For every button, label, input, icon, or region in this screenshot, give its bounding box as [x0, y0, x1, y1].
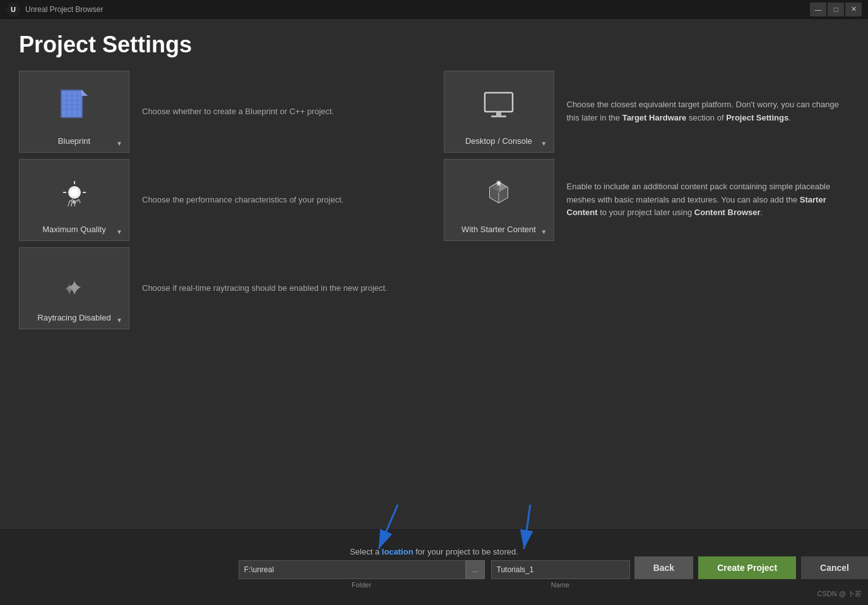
- folder-wrap: ... Folder: [239, 560, 485, 589]
- folder-label: Folder: [352, 581, 371, 589]
- folder-row: ...: [239, 560, 485, 579]
- starter-content-tile[interactable]: With Starter Content ▼: [444, 159, 554, 241]
- svg-rect-18: [487, 95, 511, 110]
- settings-left-column: Blueprint ▼ Choose whether to create a B…: [19, 71, 425, 329]
- location-suffix: for your project to be stored.: [413, 547, 518, 556]
- location-text: Select a location for your project to be…: [350, 547, 518, 556]
- desktop-console-icon: [451, 78, 547, 132]
- maximize-button[interactable]: □: [828, 3, 844, 16]
- watermark: CSDN @ 卜若: [817, 589, 862, 599]
- main-content: Project Settings: [0, 19, 868, 529]
- bottom-bar: Select a location for your project to be…: [0, 529, 868, 605]
- blueprint-row: Blueprint ▼ Choose whether to create a B…: [19, 71, 425, 153]
- desktop-console-row: Desktop / Console ▼ Choose the closest e…: [444, 71, 850, 153]
- name-label: Name: [551, 581, 569, 589]
- blueprint-icon: [26, 78, 122, 132]
- window-title: Unreal Project Browser: [25, 5, 103, 14]
- name-wrap: Name: [491, 560, 630, 589]
- path-inputs: ... Folder Name: [239, 560, 630, 589]
- quality-icon: [26, 166, 122, 221]
- blueprint-description: Choose whether to create a Blueprint or …: [142, 105, 425, 118]
- bottom-center: Select a location for your project to be…: [239, 547, 630, 589]
- starter-content-icon: [451, 166, 547, 221]
- desktop-console-tile[interactable]: Desktop / Console ▼: [444, 71, 554, 153]
- folder-input[interactable]: [239, 560, 466, 579]
- raytracing-tile[interactable]: Raytracing Disabled ▼: [19, 247, 129, 329]
- maximum-quality-description: Choose the performance characteristics o…: [142, 194, 425, 206]
- maximum-quality-label: Maximum Quality: [42, 225, 105, 234]
- blueprint-dropdown-icon: ▼: [116, 140, 122, 147]
- svg-rect-19: [496, 112, 501, 115]
- blueprint-tile[interactable]: Blueprint ▼: [19, 71, 129, 153]
- starter-content-description: Enable to include an additional content …: [567, 180, 850, 220]
- svg-rect-20: [491, 115, 506, 117]
- location-bold: location: [382, 547, 413, 556]
- settings-right-column: Desktop / Console ▼ Choose the closest e…: [444, 71, 850, 329]
- action-buttons: Back Create Project Cancel: [634, 556, 868, 579]
- back-button[interactable]: Back: [634, 556, 693, 579]
- raytracing-row: Raytracing Disabled ▼ Choose if real-tim…: [19, 247, 425, 329]
- raytracing-icon: [26, 254, 122, 309]
- svg-marker-10: [81, 90, 88, 96]
- maximum-quality-dropdown-icon: ▼: [116, 228, 122, 235]
- titlebar-controls: — □ ✕: [810, 3, 862, 16]
- maximum-quality-tile[interactable]: Maximum Quality ▼: [19, 159, 129, 241]
- maximum-quality-row: Maximum Quality ▼ Choose the performance…: [19, 159, 425, 241]
- minimize-button[interactable]: —: [810, 3, 826, 16]
- cancel-button[interactable]: Cancel: [801, 556, 868, 579]
- desktop-console-label: Desktop / Console: [465, 136, 532, 146]
- svg-rect-1: [62, 91, 81, 117]
- close-button[interactable]: ✕: [845, 3, 862, 16]
- starter-content-dropdown-icon: ▼: [541, 228, 547, 235]
- name-input[interactable]: [491, 560, 630, 579]
- desktop-console-description: Choose the closest equivalent target pla…: [567, 98, 850, 125]
- desktop-console-dropdown-icon: ▼: [541, 140, 547, 147]
- page-title: Project Settings: [19, 32, 849, 58]
- folder-browse-button[interactable]: ...: [466, 560, 485, 579]
- raytracing-description: Choose if real-time raytracing should be…: [142, 282, 425, 295]
- raytracing-label: Raytracing Disabled: [37, 313, 110, 322]
- titlebar-left: U Unreal Project Browser: [6, 3, 103, 16]
- raytracing-dropdown-icon: ▼: [116, 317, 122, 324]
- location-prefix: Select a: [350, 547, 382, 556]
- starter-content-row: With Starter Content ▼ Enable to include…: [444, 159, 850, 241]
- titlebar: U Unreal Project Browser — □ ✕: [0, 0, 868, 19]
- blueprint-label: Blueprint: [58, 136, 90, 146]
- settings-area: Blueprint ▼ Choose whether to create a B…: [19, 71, 849, 329]
- starter-content-label: With Starter Content: [461, 225, 536, 234]
- svg-point-12: [71, 189, 78, 196]
- create-project-button[interactable]: Create Project: [698, 556, 796, 579]
- ue-logo-icon: U: [6, 3, 20, 16]
